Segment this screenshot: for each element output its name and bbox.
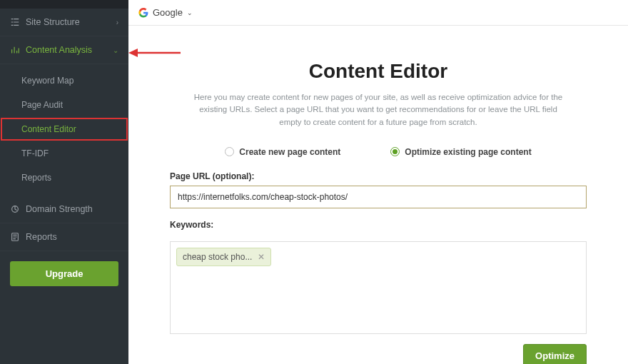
sidebar-item-label: Site Structure bbox=[26, 17, 80, 27]
search-engine-selector[interactable]: Google ⌄ bbox=[128, 0, 628, 26]
option-optimize-existing[interactable]: Optimize existing page content bbox=[390, 147, 531, 157]
chevron-down-icon: ⌄ bbox=[113, 46, 118, 54]
sidebar-sub-keyword-map[interactable]: Keyword Map bbox=[0, 69, 128, 93]
sidebar-sub-tf-idf[interactable]: TF-IDF bbox=[0, 141, 128, 166]
content-analysis-sublist: Keyword Map Page Audit Content Editor TF… bbox=[0, 64, 128, 196]
sidebar-sub-reports[interactable]: Reports bbox=[0, 166, 128, 190]
site-structure-icon bbox=[10, 17, 20, 27]
sidebar-item-reports[interactable]: Reports bbox=[0, 223, 128, 251]
page-title: Content Editor bbox=[171, 60, 585, 83]
reports-icon bbox=[10, 232, 20, 242]
sidebar-item-label: Reports bbox=[26, 232, 57, 242]
url-label: Page URL (optional): bbox=[170, 171, 587, 181]
close-icon[interactable]: ✕ bbox=[258, 252, 265, 262]
upgrade-button[interactable]: Upgrade bbox=[10, 261, 118, 286]
option-label: Optimize existing page content bbox=[405, 147, 531, 157]
radio-checked-icon bbox=[390, 147, 400, 156]
sidebar-item-domain-strength[interactable]: Domain Strength bbox=[0, 196, 128, 223]
keyword-tag-text: cheap stock pho... bbox=[183, 252, 252, 262]
domain-strength-icon bbox=[10, 204, 20, 214]
top-strip bbox=[0, 0, 128, 9]
chevron-down-icon: ⌄ bbox=[187, 9, 193, 16]
option-label: Create new page content bbox=[239, 147, 340, 157]
sidebar-sub-content-editor[interactable]: Content Editor bbox=[0, 117, 128, 141]
keyword-tag[interactable]: cheap stock pho... ✕ bbox=[176, 248, 271, 266]
sidebar-item-label: Domain Strength bbox=[26, 204, 93, 214]
google-icon bbox=[138, 8, 148, 18]
main-content: Google ⌄ Content Editor Here you may cre… bbox=[128, 0, 628, 364]
sidebar-item-site-structure[interactable]: Site Structure › bbox=[0, 9, 128, 36]
page-description: Here you may create content for new page… bbox=[193, 91, 564, 128]
action-row: Optimize bbox=[128, 334, 628, 364]
chevron-right-icon: › bbox=[116, 19, 118, 26]
sidebar-item-label: Content Analysis bbox=[26, 45, 92, 55]
form-area: Page URL (optional): Keywords: cheap sto… bbox=[128, 171, 628, 334]
search-engine-label: Google bbox=[153, 7, 183, 18]
optimize-button[interactable]: Optimize bbox=[523, 344, 587, 364]
content-analysis-icon bbox=[10, 45, 20, 55]
sidebar: Site Structure › Content Analysis ⌄ Keyw… bbox=[0, 0, 128, 364]
keywords-label: Keywords: bbox=[170, 220, 587, 230]
sidebar-sub-page-audit[interactable]: Page Audit bbox=[0, 93, 128, 117]
sidebar-item-content-analysis[interactable]: Content Analysis ⌄ bbox=[0, 36, 128, 64]
keywords-box[interactable]: cheap stock pho... ✕ bbox=[170, 241, 587, 334]
mode-options: Create new page content Optimize existin… bbox=[128, 147, 628, 157]
page-url-input[interactable] bbox=[170, 186, 587, 208]
option-create-new[interactable]: Create new page content bbox=[225, 147, 340, 157]
radio-unchecked-icon bbox=[225, 147, 234, 156]
hero-section: Content Editor Here you may create conte… bbox=[128, 26, 628, 141]
upgrade-container: Upgrade bbox=[0, 251, 128, 296]
